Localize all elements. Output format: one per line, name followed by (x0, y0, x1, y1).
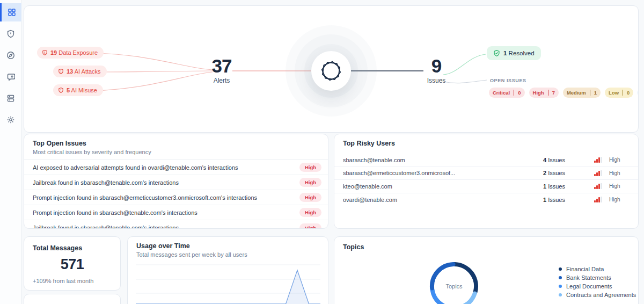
category-label: Data Exposure (58, 49, 98, 56)
user-row[interactable]: sbarasch@ermeticcustomer3.onmicrosof... … (334, 167, 638, 180)
user-email: sbarasch@ermeticcustomer3.onmicrosof... (343, 170, 543, 176)
resolved-badge[interactable]: 1 Resolved (487, 46, 541, 60)
sidebar-item-settings[interactable] (0, 111, 21, 129)
total-messages-value: 571 (33, 256, 112, 273)
issue-row[interactable]: Jailbreak found in sbarasch@tenable.com'… (24, 220, 328, 229)
user-issue-number: 4 (543, 157, 546, 163)
severity-pill[interactable]: Low0 (605, 88, 633, 98)
severity-label: Critical (489, 90, 514, 96)
topics-title: Topics (343, 243, 630, 251)
alert-shield-icon (58, 87, 64, 93)
alert-category-ai-misuse[interactable]: 5 AI Misuse (53, 84, 103, 96)
issue-text: Jailbreak found in sbarasch@tenable.com'… (33, 225, 299, 229)
severity-label: Info (638, 90, 639, 96)
issue-text: Prompt injection found in sbarasch@tenab… (33, 209, 299, 216)
user-risk-label: High (609, 197, 631, 202)
alert-category-data-exposure[interactable]: 19 Data Exposure (37, 47, 104, 59)
ai-hub-circle (311, 51, 351, 91)
chat-info-icon (6, 73, 15, 81)
user-issue-count: 2 Issues (543, 170, 594, 176)
user-issue-number: 1 (543, 197, 546, 203)
risk-level-bars-icon (594, 170, 605, 176)
settings-gear-icon (6, 115, 15, 124)
issue-row[interactable]: Prompt injection found in sbarasch@tenab… (24, 205, 328, 220)
issue-text: Jailbreak found in sbarasch@tenable.com'… (33, 179, 299, 186)
user-row[interactable]: ovardi@tenable.com 1 Issues High (334, 193, 638, 207)
risk-level-bars-icon (594, 157, 605, 163)
total-messages-card: Total Messages 571 +109% from last month (24, 236, 121, 291)
sidebar-item-ai-chat[interactable] (0, 68, 21, 86)
legend-item: Financial Data (559, 265, 636, 273)
issue-severity-badge: High (299, 223, 321, 229)
alerts-count: 37 (197, 56, 246, 75)
issue-severity-badge: High (299, 193, 321, 202)
usage-subtitle: Total messages sent per week by all user… (136, 251, 319, 258)
severity-pill[interactable]: Critical0 (489, 88, 525, 98)
sidebar-item-dashboard[interactable] (0, 3, 21, 21)
legend-dot-icon (559, 267, 562, 271)
user-email: ovardi@tenable.com (343, 197, 543, 203)
legend-item: Contracts and Agreements (559, 291, 636, 299)
user-issue-count: 1 Issues (543, 183, 594, 190)
legend-dot-icon (559, 276, 562, 279)
inventory-list-icon (6, 94, 15, 103)
open-issues-label: OPEN ISSUES (490, 78, 526, 83)
user-issue-unit: Issues (548, 170, 565, 176)
top-risky-users-title: Top Risky Users (343, 140, 630, 147)
sidebar-item-explore[interactable] (0, 46, 21, 64)
shield-icon (6, 30, 15, 38)
issue-severity-badge: High (299, 208, 321, 217)
user-row[interactable]: sbarasch@tenable.com 4 Issues High (334, 154, 638, 167)
user-risk-label: High (609, 157, 631, 163)
issue-row[interactable]: AI exposed to adversarial attempts found… (24, 160, 328, 175)
severity-label: Medium (563, 90, 590, 96)
top-risky-users-list: sbarasch@tenable.com 4 Issues High sbara… (334, 154, 638, 206)
user-email: sbarasch@tenable.com (343, 157, 543, 163)
alerts-label: Alerts (197, 77, 246, 84)
dashboard-grid-icon (8, 8, 16, 17)
alert-category-ai-attacks[interactable]: 13 AI Attacks (53, 66, 107, 77)
usage-over-time-card: Usage over Time Total messages sent per … (127, 236, 328, 304)
user-issue-number: 1 (543, 183, 546, 190)
topics-legend: Financial Data Bank Statements Legal Doc… (559, 265, 636, 299)
dashboard-main: 19 Data Exposure 13 AI Attacks 5 AI Misu… (21, 0, 644, 304)
sidebar-item-findings[interactable] (0, 25, 21, 43)
user-issue-count: 1 Issues (543, 197, 594, 203)
resolved-count: 1 (503, 50, 507, 56)
usage-line-chart[interactable] (136, 263, 320, 304)
legend-label: Bank Statements (566, 274, 611, 281)
total-messages-title: Total Messages (33, 244, 112, 252)
risk-level-bars-icon (594, 183, 605, 189)
issue-row[interactable]: Prompt injection found in sbarasch@ermet… (24, 190, 328, 205)
category-count: 19 (50, 49, 57, 56)
user-row[interactable]: kteo@tenable.com 1 Issues High (334, 180, 638, 193)
legend-dot-icon (559, 285, 562, 288)
topics-donut-center-label: Topics (421, 253, 487, 304)
severity-pill[interactable]: Info0 (638, 88, 639, 98)
total-messages-delta: +109% from last month (33, 278, 112, 284)
user-risk-label: High (609, 183, 631, 189)
top-open-issues-header: Top Open Issues Most critical issues by … (24, 134, 328, 160)
user-email: kteo@tenable.com (343, 183, 543, 190)
legend-item: Legal Documents (559, 282, 636, 291)
category-label: AI Attacks (75, 68, 101, 75)
severity-pill[interactable]: Medium1 (563, 88, 601, 98)
issues-count: 9 (416, 56, 457, 75)
issue-row[interactable]: Jailbreak found in sbarasch@tenable.com'… (24, 175, 328, 190)
legend-label: Legal Documents (566, 283, 612, 289)
legend-dot-icon (559, 293, 562, 296)
severity-pills-row: Critical0 High7 Medium1 Low0 Info0 (489, 88, 639, 98)
legend-item: Bank Statements (559, 273, 636, 282)
user-issue-count: 4 Issues (543, 157, 594, 163)
alert-shield-icon (42, 49, 48, 56)
sidebar-item-inventory[interactable] (0, 89, 21, 107)
compass-icon (6, 51, 15, 60)
severity-count: 0 (623, 90, 633, 96)
user-issue-number: 2 (543, 170, 546, 176)
topics-donut-chart[interactable]: Topics (421, 253, 487, 304)
hexagon-logo-icon (319, 59, 343, 83)
top-open-issues-card: Top Open Issues Most critical issues by … (24, 134, 328, 229)
issue-text: AI exposed to adversarial attempts found… (33, 164, 299, 171)
category-count: 13 (67, 68, 73, 75)
severity-pill[interactable]: High7 (529, 88, 559, 98)
